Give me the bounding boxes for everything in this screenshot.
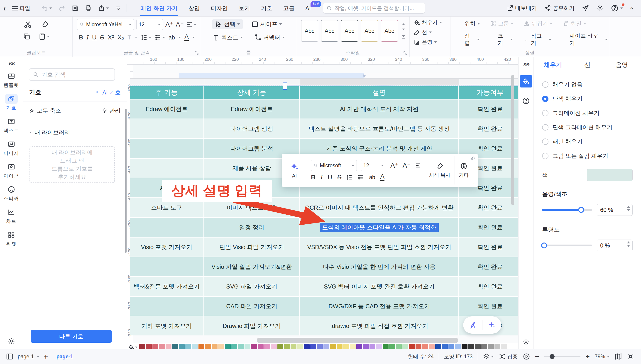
palette-swatch[interactable] [251,344,257,349]
font-size-select[interactable]: 12 [136,19,163,30]
table-cell[interactable]: DWG/DXF 등 CAD 전용 포맷 가져오기 [300,296,459,316]
paste-button[interactable] [38,33,50,40]
tab-디자인[interactable]: 디자인 [209,0,229,16]
select-tool-button[interactable]: 선택 [212,19,243,29]
palette-swatch[interactable] [376,344,382,349]
style-up-icon[interactable] [402,23,405,25]
shade-slider[interactable] [542,209,592,211]
radio-icon[interactable] [542,138,548,145]
popup-italic-button[interactable]: I [320,174,323,180]
palette-swatch[interactable] [146,344,152,349]
radio-icon[interactable] [542,124,548,130]
shade-slider-knob[interactable] [578,207,584,213]
canvas-vscrollbar[interactable] [511,75,514,205]
present-button[interactable] [523,353,530,360]
table-header-cell[interactable]: 가능여부 [459,86,518,99]
palette-swatch[interactable] [185,344,191,349]
palette-swatch[interactable] [409,344,415,349]
tab-메인 화면 가기[interactable]: 메인 화면 가기 [139,0,179,16]
arrange-셰이프 바꾸기-button[interactable]: 셰이프 바꾸기 [561,32,608,47]
table-cell[interactable] [130,217,204,237]
expand-panel-icon[interactable]: »» [518,60,533,67]
popup-decrease-font-button[interactable]: A⁻ [403,162,411,169]
fill-option-단색 채우기[interactable]: 단색 채우기 [533,92,641,106]
pages-overview-icon[interactable] [6,353,14,360]
table-cell[interactable]: 확인 완료 [459,276,518,296]
shape-tool-button[interactable]: 셰이프 [249,19,285,29]
canvas-hscrollbar[interactable] [257,338,458,343]
style-card-1[interactable]: Abc [301,20,318,42]
table-col-strip[interactable] [459,78,518,86]
palette-swatch[interactable] [258,344,263,349]
palette-swatch[interactable] [172,344,178,349]
palette-swatch[interactable] [310,344,316,349]
style-card-5[interactable]: Abc [381,20,398,42]
fill-tool-active-button[interactable] [520,75,532,88]
popup-underline-button[interactable]: U [328,174,332,180]
fill-option-채우기 없음[interactable]: 채우기 없음 [533,77,641,92]
style-more-icon[interactable] [402,34,405,38]
palette-swatch[interactable] [494,344,500,349]
palette-swatch[interactable] [468,344,474,349]
popup-bold-button[interactable]: B [311,174,315,180]
pin-icon[interactable] [470,156,475,161]
sidebar-item-기호[interactable]: 기호 [0,94,23,111]
settings-gear-icon[interactable] [596,4,603,12]
fit-screen-button[interactable] [627,353,634,360]
palette-swatch[interactable] [218,344,224,349]
popup-character-spacing-button[interactable]: ab [369,174,375,180]
send-feedback-icon[interactable] [582,4,589,12]
page-tab[interactable]: page-1 [56,354,73,360]
style-card-3[interactable]: Abc [341,20,358,42]
popup-format-painter-button[interactable]: 서식 복사 [425,154,455,187]
minimap-button[interactable] [615,353,622,360]
table-cell[interactable]: 텍스트 설명을 바탕으로 흐름도/마인드맵 등 자동 생성 [300,118,459,138]
table-header-cell[interactable]: 설명 [300,86,459,99]
table-cell[interactable] [130,138,204,158]
palette-swatch[interactable] [422,344,428,349]
add-page-button[interactable]: + [44,352,48,361]
sidebar-item-템플릿[interactable]: 템플릿 [0,71,23,88]
palette-swatch[interactable] [264,344,270,349]
share-button[interactable] [98,5,109,12]
palette-swatch[interactable] [429,344,435,349]
help-caret-icon[interactable] [620,8,623,9]
palette-swatch[interactable] [152,344,158,349]
table-cell[interactable]: 확인 완료 [459,198,518,217]
radio-icon[interactable] [542,110,548,116]
palette-swatch[interactable] [396,344,402,349]
layers-button[interactable] [483,353,494,360]
shade-value-input[interactable]: 60 % [597,204,632,216]
bullet-list-button[interactable] [155,34,165,41]
align-button[interactable] [186,21,196,28]
popup-font-color-button[interactable]: A [380,174,385,181]
line-spacing-button[interactable] [141,34,151,41]
popup-increase-font-button[interactable]: A⁺ [390,162,399,169]
collapse-panel-icon[interactable]: «« [9,60,14,67]
table-cell[interactable]: 확인 완료 [459,256,518,276]
palette-swatch[interactable] [205,344,211,349]
palette-swatch[interactable] [238,344,244,349]
opacity-slider[interactable] [542,244,592,246]
radio-icon[interactable] [542,96,548,102]
canvas[interactable]: 1601802002202402602803003203403603804004… [127,57,518,349]
zoom-level-dropdown[interactable]: 79% [595,354,610,360]
table-cell[interactable]: 확인 완료 [459,118,518,138]
palette-swatch[interactable] [488,344,494,349]
table-cell[interactable]: 기타 포맷 가져오기 [130,316,204,336]
palette-swatch[interactable] [231,344,237,349]
opacity-value-input[interactable]: 0 % [597,240,632,251]
table-cell[interactable]: Visio 포맷 가져오기 [130,237,204,256]
zoom-knob[interactable] [550,354,555,359]
resize-handle-icon[interactable]: ⌐ [473,181,476,186]
palette-swatch[interactable] [330,344,336,349]
table-cell[interactable]: 다이어그램 생성 [204,118,300,138]
style-card-4[interactable]: Abc [361,20,378,42]
format-tab-선[interactable]: 선 [570,61,605,69]
popup-font-select[interactable]: Microsoft [311,160,357,171]
palette-swatch[interactable] [442,344,448,349]
palette-swatch[interactable] [212,344,217,349]
italic-button[interactable]: I [86,34,89,40]
palette-swatch[interactable] [290,344,296,349]
table-cell[interactable]: SVG 벡터 이미지 포맷 완전 호환 가져오기 [300,276,459,296]
